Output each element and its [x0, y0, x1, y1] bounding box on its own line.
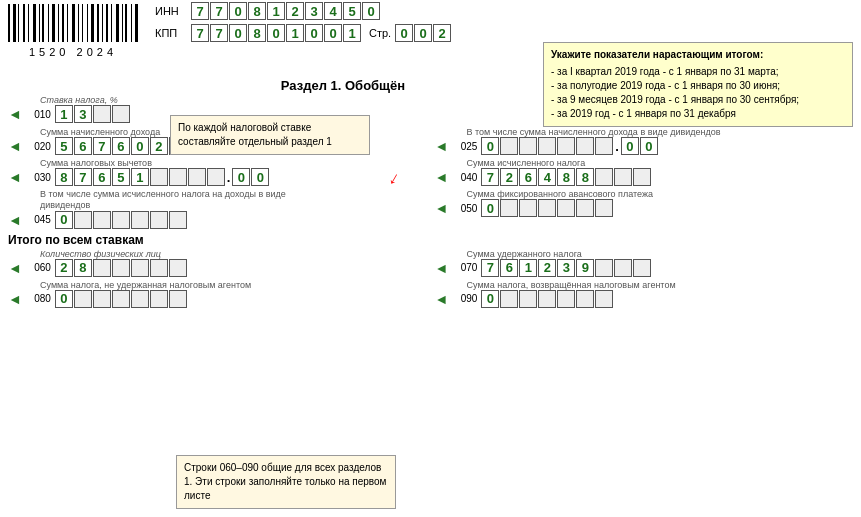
r045-c7 — [169, 211, 187, 229]
inn-d4: 8 — [248, 2, 266, 20]
inn-d8: 4 — [324, 2, 342, 20]
row-030-040-block: Сумма налоговых вычетов ◄ 030 8 7 6 5 1 — [8, 158, 853, 186]
kpp-d7: 0 — [305, 24, 323, 42]
r060-c2: 8 — [74, 259, 92, 277]
inn-d1: 7 — [191, 2, 209, 20]
row-040-num: 040 — [449, 172, 477, 183]
row-040-tri: ◄ — [435, 169, 449, 185]
r040-c4: 4 — [538, 168, 556, 186]
row-025-cells: 0 — [481, 137, 613, 155]
r090-c7 — [595, 290, 613, 308]
row-030-main: ◄ 030 8 7 6 5 1 . 0 — [8, 168, 427, 186]
r025-d2: 0 — [640, 137, 658, 155]
r025-c4 — [538, 137, 556, 155]
r020-c6: 2 — [150, 137, 168, 155]
kpp-d8: 0 — [324, 24, 342, 42]
r090-c6 — [576, 290, 594, 308]
r045-c6 — [150, 211, 168, 229]
r070-c4: 2 — [538, 259, 556, 277]
r020-c4: 6 — [112, 137, 130, 155]
r060-c3 — [93, 259, 111, 277]
tooltip-stavka-text: По каждой налоговой ставке составляйте о… — [178, 122, 332, 147]
r030-c7 — [169, 168, 187, 186]
r050-c5 — [557, 199, 575, 217]
row-040-main: ◄ 040 7 2 6 4 8 8 — [435, 168, 854, 186]
row-040-cells: 7 2 6 4 8 8 — [481, 168, 651, 186]
row-070-label: Сумма удержанного налога — [467, 249, 854, 259]
inn-cells: 7 7 0 8 1 2 3 4 5 0 — [191, 2, 380, 20]
row-030-dec: 0 0 — [232, 168, 269, 186]
row-080-tri: ◄ — [8, 291, 22, 307]
row-070-cells: 7 6 1 2 3 9 — [481, 259, 651, 277]
row-060-label: Количество физических лиц — [40, 249, 427, 259]
r045-c2 — [74, 211, 92, 229]
inn-d9: 5 — [343, 2, 361, 20]
row-060-cells: 2 8 — [55, 259, 187, 277]
row-030-num: 030 — [23, 172, 51, 183]
page: 1520 2024 ИНН 7 7 0 8 1 2 3 4 5 0 КПП 7 — [0, 0, 861, 517]
r030-d1: 0 — [232, 168, 250, 186]
row-050-main: ◄ 050 0 — [435, 199, 854, 217]
row-010-num: 010 — [23, 109, 51, 120]
r030-c1: 8 — [55, 168, 73, 186]
r070-c8 — [614, 259, 632, 277]
r080-c6 — [150, 290, 168, 308]
r040-c5: 8 — [557, 168, 575, 186]
row-060-col: Количество физических лиц ◄ 060 2 8 — [8, 249, 427, 277]
r040-c7 — [595, 168, 613, 186]
barcode-number: 1520 2024 — [8, 46, 138, 58]
kpp-d4: 8 — [248, 24, 266, 42]
r070-c6: 9 — [576, 259, 594, 277]
row-080-cells: 0 — [55, 290, 187, 308]
r070-c3: 1 — [519, 259, 537, 277]
r030-c4: 5 — [112, 168, 130, 186]
kpp-d3: 0 — [229, 24, 247, 42]
row-045-tri: ◄ — [8, 212, 22, 228]
kpp-d5: 0 — [267, 24, 285, 42]
kpp-d9: 1 — [343, 24, 361, 42]
r080-c2 — [74, 290, 92, 308]
row-080-num: 080 — [23, 293, 51, 304]
r040-c3: 6 — [519, 168, 537, 186]
kpp-cells: 7 7 0 8 0 1 0 0 1 — [191, 24, 361, 42]
inn-d5: 1 — [267, 2, 285, 20]
row-010-triangle: ◄ — [8, 106, 22, 122]
r040-c9 — [633, 168, 651, 186]
r030-c9 — [207, 168, 225, 186]
r060-c5 — [131, 259, 149, 277]
r020-c3: 7 — [93, 137, 111, 155]
tooltip-stavka: По каждой налоговой ставке составляйте о… — [170, 115, 370, 155]
row-025-col: В том числе сумма начисленного дохода в … — [435, 127, 854, 155]
r010-c1: 1 — [55, 105, 73, 123]
row-045-col: В том числе сумма исчисленного налога на… — [8, 189, 427, 229]
r025-c7 — [595, 137, 613, 155]
row-090-num: 090 — [449, 293, 477, 304]
row-090-main: ◄ 090 0 — [435, 290, 854, 308]
r040-c6: 8 — [576, 168, 594, 186]
r030-c6 — [150, 168, 168, 186]
row-070-num: 070 — [449, 262, 477, 273]
inn-row: ИНН 7 7 0 8 1 2 3 4 5 0 — [155, 2, 853, 20]
barcode-image — [8, 4, 138, 44]
r045-c1: 0 — [55, 211, 73, 229]
row-025-num: 025 — [449, 141, 477, 152]
inn-d3: 0 — [229, 2, 247, 20]
row-045-num: 045 — [23, 214, 51, 225]
r070-c7 — [595, 259, 613, 277]
row-020-tri: ◄ — [8, 138, 22, 154]
r030-dot: . — [227, 170, 231, 185]
r030-c8 — [188, 168, 206, 186]
row-025-label: В том числе сумма начисленного дохода в … — [467, 127, 854, 137]
inn-label: ИНН — [155, 5, 187, 17]
row-090-col: Сумма налога, возвращённая налоговым аге… — [435, 280, 854, 308]
r045-c5 — [131, 211, 149, 229]
row-080-label: Сумма налога, не удержанная налоговым аг… — [40, 280, 427, 290]
r060-c7 — [169, 259, 187, 277]
row-025-main: ◄ 025 0 . 0 0 — [435, 137, 854, 155]
r030-c5: 1 — [131, 168, 149, 186]
row-050-label: Сумма фиксированного авансового платежа — [467, 189, 854, 199]
kpp-label: КПП — [155, 27, 187, 39]
r050-c6 — [576, 199, 594, 217]
row-025-tri: ◄ — [435, 138, 449, 154]
section-title: Раздел 1. Обобщён — [155, 78, 531, 93]
